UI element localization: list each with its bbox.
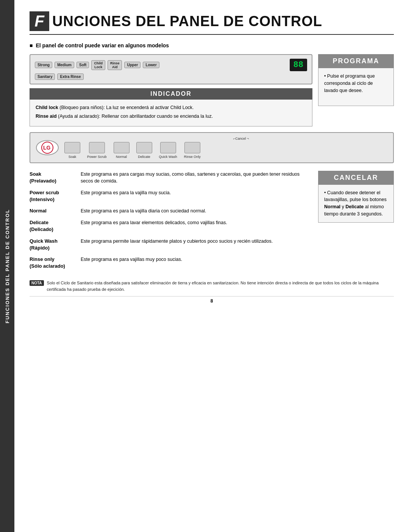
prog-desc-normal: Este programa es para la vajilla diaria … xyxy=(81,207,312,215)
cp-bottom-row: Sanitary Extra Rinse xyxy=(35,73,307,80)
cancel-label: ⌐Cancel ¬ xyxy=(95,137,387,140)
cp-btn-upper[interactable]: Upper xyxy=(124,62,140,68)
sidebar-label: FUNCIONES DEL PANEL DE CONTROL xyxy=(5,209,10,323)
prog-name-rinse-only: Rinse only(Sólo aclarado) xyxy=(30,256,75,270)
prog-name-quick-wash: Quick Wash(Rápido) xyxy=(30,238,75,251)
sidebar: FUNCIONES DEL PANEL DE CONTROL xyxy=(0,0,14,532)
programs-section: Soak(Prelavado) Este programa es para ca… xyxy=(30,171,394,275)
prog-btn-normal-label: Normal xyxy=(116,155,127,159)
indicador-bullet2-text: (Ayuda al aclarado): Rellenar con abrill… xyxy=(58,114,213,119)
cancelar-body: • Cuando desee detener el lavavajillas, … xyxy=(318,185,394,223)
prog-btn-delicate-square[interactable] xyxy=(136,142,152,153)
prog-row-delicate: Delicate(Delicado) Este programa es para… xyxy=(30,219,312,233)
prog-desc-soak: Este programa es para cargas muy sucias,… xyxy=(81,171,312,185)
page-number: 8 xyxy=(30,296,394,304)
prog-desc-rinse-only: Este programa es para vajillas muy poco … xyxy=(81,256,312,263)
bottom-panel-section: LG ⌐Cancel ¬ Soak P xyxy=(30,132,394,163)
indicador-bullet1-bold: Child lock xyxy=(36,105,58,110)
prog-btn-rinse-only-label: Rinse Only xyxy=(184,155,201,159)
prog-btn-normal-square[interactable] xyxy=(114,142,130,153)
nota-badge: NOTA xyxy=(30,280,44,286)
cancelar-header: CANCELAR xyxy=(318,171,394,185)
page: FUNCIONES DEL PANEL DE CONTROL F UNCIONE… xyxy=(0,0,409,532)
top-section: Strong Medium Soft ChildLock RinseAid Up… xyxy=(30,54,394,126)
prog-name-delicate: Delicate(Delicado) xyxy=(30,219,75,233)
cp-child-lock[interactable]: ChildLock xyxy=(91,60,105,70)
bottom-panel-box: LG ⌐Cancel ¬ Soak P xyxy=(30,132,394,163)
prog-row-quick-wash: Quick Wash(Rápido) Este programa permite… xyxy=(30,238,312,251)
cp-btn-lower[interactable]: Lower xyxy=(143,62,159,68)
prog-desc-delicate: Este programa es para lavar elementos de… xyxy=(81,219,312,226)
indicador-bullet1-text: (Bloqueo para niños): La luz se encender… xyxy=(59,105,194,110)
nota-section: NOTA Solo el Ciclo de Sanitario esta dis… xyxy=(30,280,394,292)
prog-row-normal: Normal Este programa es para la vajilla … xyxy=(30,207,312,215)
main-content: F UNCIONES DEL PANEL DE CONTROL El panel… xyxy=(14,0,409,532)
indicador-bullet1: Child lock (Bloqueo para niños): La luz … xyxy=(36,104,306,111)
svg-text:LG: LG xyxy=(43,145,51,151)
indicador-header: INDICADOR xyxy=(30,88,312,100)
cp-top-row: Strong Medium Soft ChildLock RinseAid Up… xyxy=(35,59,307,71)
prog-btn-rinse-only[interactable]: Rinse Only xyxy=(184,142,201,159)
cp-btn-medium[interactable]: Medium xyxy=(55,62,74,68)
panel-note: El panel de control puede variar en algu… xyxy=(30,42,394,48)
prog-btn-normal[interactable]: Normal xyxy=(114,142,130,159)
lg-logo: LG xyxy=(36,140,59,155)
prog-desc-power-scrub: Este programa es para la vajilla muy suc… xyxy=(81,189,312,197)
prog-desc-quick-wash: Este programa permite lavar rápidamente … xyxy=(81,238,312,245)
cancelar-box: CANCELAR • Cuando desee detener el lavav… xyxy=(318,171,394,275)
title-f-letter: F xyxy=(30,11,49,31)
prog-btn-power-scrub[interactable]: Power Scrub xyxy=(87,142,107,159)
indicador-section: INDICADOR Child lock (Bloqueo para niños… xyxy=(30,88,312,126)
prog-name-soak: Soak(Prelavado) xyxy=(30,171,75,184)
indicador-body: Child lock (Bloqueo para niños): La luz … xyxy=(30,100,312,126)
cp-display: 88 xyxy=(290,59,307,71)
nota-text: Solo el Ciclo de Sanitario esta diseñada… xyxy=(47,280,394,292)
prog-btn-power-scrub-label: Power Scrub xyxy=(87,155,107,159)
prog-btn-soak-label: Soak xyxy=(69,155,76,159)
cp-btn-sanitary[interactable]: Sanitary xyxy=(35,73,55,80)
programa-body: • Pulse el programa que corresponda al c… xyxy=(318,68,394,106)
cp-btn-soft[interactable]: Soft xyxy=(76,62,89,68)
prog-btn-delicate[interactable]: Delicate xyxy=(136,142,152,159)
programa-box: PROGRAMA • Pulse el programa que corresp… xyxy=(318,54,394,126)
indicador-bullet2: Rinse aid (Ayuda al aclarado): Rellenar … xyxy=(36,113,306,120)
prog-name-normal: Normal xyxy=(30,207,75,214)
cp-rinse-aid[interactable]: RinseAid xyxy=(108,60,122,70)
prog-btn-power-scrub-square[interactable] xyxy=(89,142,105,153)
title-main: UNCIONES DEL PANEL DE CONTROL xyxy=(52,13,322,30)
prog-btn-soak-square[interactable] xyxy=(64,142,80,153)
prog-btn-delicate-label: Delicate xyxy=(138,155,150,159)
prog-btn-soak[interactable]: Soak xyxy=(64,142,80,159)
prog-row-rinse-only: Rinse only(Sólo aclarado) Este programa … xyxy=(30,256,312,270)
control-panel-area: Strong Medium Soft ChildLock RinseAid Up… xyxy=(30,54,312,126)
prog-buttons-container: ⌐Cancel ¬ Soak Power Scrub xyxy=(64,137,387,159)
prog-row-soak: Soak(Prelavado) Este programa es para ca… xyxy=(30,171,312,185)
indicador-bullet2-bold: Rinse aid xyxy=(36,114,57,119)
cp-btn-extra-rinse[interactable]: Extra Rinse xyxy=(57,73,83,80)
prog-buttons: Soak Power Scrub Normal Delicate xyxy=(64,142,387,159)
cancelar-text: • Cuando desee detener el lavavajillas, … xyxy=(324,189,388,218)
prog-btn-quick-wash-square[interactable] xyxy=(160,142,176,153)
cp-btn-strong[interactable]: Strong xyxy=(35,62,52,68)
lg-logo-svg: LG xyxy=(38,142,57,154)
programa-header: PROGRAMA xyxy=(318,54,394,68)
programa-text: • Pulse el programa que corresponda al c… xyxy=(324,73,388,94)
prog-row-power-scrub: Power scrub(Intensivo) Este programa es … xyxy=(30,189,312,203)
prog-name-power-scrub: Power scrub(Intensivo) xyxy=(30,189,75,203)
title-row: F UNCIONES DEL PANEL DE CONTROL xyxy=(30,11,394,35)
control-panel-box: Strong Medium Soft ChildLock RinseAid Up… xyxy=(30,54,312,84)
programs-left: Soak(Prelavado) Este programa es para ca… xyxy=(30,171,312,275)
prog-btn-quick-wash[interactable]: Quick Wash xyxy=(159,142,177,159)
prog-btn-quick-wash-label: Quick Wash xyxy=(159,155,177,159)
prog-btn-rinse-only-square[interactable] xyxy=(184,142,200,153)
